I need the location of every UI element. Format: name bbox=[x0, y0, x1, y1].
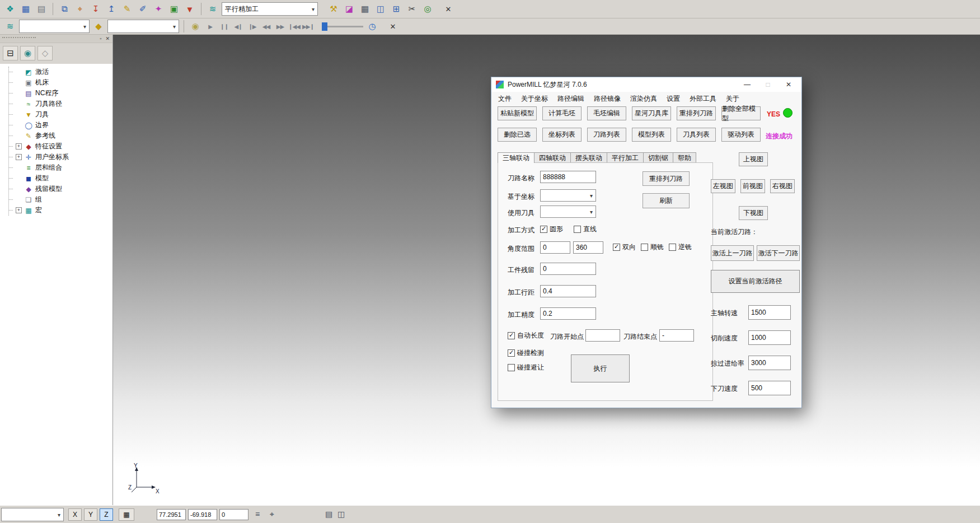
tree-item-feature-sets[interactable]: +◆特征设置 bbox=[9, 141, 112, 152]
tool-library-button[interactable]: 星河刀具库 bbox=[632, 106, 671, 120]
playback-close-icon[interactable]: ✕ bbox=[388, 22, 398, 31]
collision-check-checkbox[interactable]: 碰撞检测 bbox=[508, 348, 544, 358]
play-button[interactable]: ▶ bbox=[204, 21, 216, 32]
list-icon[interactable]: ≡ bbox=[255, 510, 260, 519]
toolpath-list-button[interactable]: 刀路列表 bbox=[587, 128, 626, 142]
menu-settings[interactable]: 设置 bbox=[667, 94, 680, 104]
stock-edit-button[interactable]: 毛坯编辑 bbox=[587, 106, 626, 120]
menu-external-tools[interactable]: 外部工具 bbox=[690, 94, 716, 104]
auto-length-checkbox[interactable]: 自动长度 bbox=[508, 331, 544, 340]
panel-close-icon[interactable]: ✕ bbox=[105, 36, 110, 41]
x-axis-button[interactable]: X bbox=[68, 508, 82, 521]
gauge-icon[interactable]: ◫ bbox=[374, 2, 387, 16]
calculator-icon[interactable]: ▦ bbox=[358, 2, 372, 16]
fast-forward-button[interactable]: ▶▶ bbox=[274, 21, 286, 32]
tab-four-axis[interactable]: 四轴联动 bbox=[534, 152, 571, 163]
end-point-input[interactable] bbox=[659, 329, 694, 342]
top-view-button[interactable]: 上视图 bbox=[739, 152, 768, 166]
execute-button[interactable]: 执行 bbox=[571, 354, 630, 382]
delete-selected-button[interactable]: 删除已选 bbox=[498, 128, 537, 142]
strategy-preset-dropdown[interactable]: 平行精加工 ▾ bbox=[222, 2, 318, 16]
tolerance-input[interactable] bbox=[540, 307, 596, 320]
stock-allowance-input[interactable] bbox=[540, 263, 596, 275]
toolpath-dropdown[interactable]: ▾ bbox=[19, 20, 90, 33]
reorder-toolpaths-button[interactable]: 重排列刀路 bbox=[677, 106, 716, 120]
diamond-move-icon[interactable]: ✦ bbox=[152, 2, 165, 16]
workplane-small-icon[interactable]: ⌖ bbox=[270, 510, 274, 519]
tool-select[interactable]: ▾ bbox=[540, 206, 596, 218]
tree-item-nc-programs[interactable]: ▤NC程序 bbox=[9, 88, 112, 99]
expander[interactable] bbox=[16, 133, 22, 139]
toolbar-close-icon[interactable]: ✕ bbox=[443, 5, 453, 13]
tree-item-boundaries[interactable]: ◯边界 bbox=[9, 120, 112, 130]
pin-red-icon[interactable]: ↧ bbox=[89, 2, 102, 16]
start-point-input[interactable] bbox=[585, 329, 620, 342]
bidirectional-checkbox[interactable]: 双向 bbox=[613, 242, 636, 252]
coord-select[interactable]: ▾ bbox=[540, 189, 596, 202]
tree-item-active[interactable]: ◩激活 bbox=[9, 67, 112, 77]
panel-pin-icon[interactable]: ▫ bbox=[100, 36, 101, 41]
angle-end-input[interactable] bbox=[573, 241, 603, 254]
tree-item-toolpaths[interactable]: ≈刀具路径 bbox=[9, 99, 112, 109]
workplane-icon[interactable]: ⌖ bbox=[73, 2, 87, 16]
statusbar-dropdown[interactable]: ▾ bbox=[1, 508, 64, 521]
activate-next-button[interactable]: 激活下一刀路 bbox=[757, 245, 800, 261]
delete-all-models-button[interactable]: 删除全部模型 bbox=[721, 106, 761, 120]
block-icon[interactable]: ❖ bbox=[3, 2, 17, 16]
skim-feed-input[interactable] bbox=[748, 356, 791, 370]
tree-item-models[interactable]: ◼模型 bbox=[9, 173, 112, 184]
menu-path-edit[interactable]: 路径编辑 bbox=[557, 94, 584, 104]
shield-icon[interactable]: ◇ bbox=[37, 46, 53, 60]
dialog-titlebar[interactable]: PowerMILL 忆梦星河 7.0.6 — □ ✕ bbox=[491, 77, 801, 92]
climb-checkbox[interactable]: 顺铣 bbox=[641, 242, 664, 252]
simulation-speed-slider[interactable] bbox=[322, 22, 363, 31]
tool-small-icon[interactable]: ◆ bbox=[92, 20, 105, 33]
drill-tool-icon[interactable]: ▼ bbox=[183, 2, 196, 16]
expander[interactable]: + bbox=[16, 143, 22, 150]
pause-button[interactable]: ❙❙ bbox=[218, 21, 230, 32]
stepover-input[interactable] bbox=[540, 285, 596, 297]
tab-parallel[interactable]: 平行加工 bbox=[607, 152, 644, 163]
coord-list-button[interactable]: 坐标列表 bbox=[542, 128, 582, 142]
conventional-checkbox[interactable]: 逆铣 bbox=[669, 242, 692, 252]
coord-x-input[interactable] bbox=[157, 509, 186, 520]
paste-new-model-button[interactable]: 粘贴新模型 bbox=[498, 106, 537, 120]
drive-list-button[interactable]: 驱动列表 bbox=[721, 128, 761, 142]
refresh-button[interactable]: 刷新 bbox=[643, 193, 690, 208]
calc-stock-button[interactable]: 计算毛坯 bbox=[542, 106, 582, 120]
save-icon[interactable]: ▦ bbox=[19, 2, 32, 16]
coord-z-input[interactable] bbox=[219, 509, 248, 520]
pin-blue-icon[interactable]: ↥ bbox=[105, 2, 118, 16]
tree-item-workplanes[interactable]: +✛用户坐标系 bbox=[9, 152, 112, 162]
mode-circle-checkbox[interactable]: 圆形 bbox=[540, 225, 563, 234]
strategy-small-icon[interactable]: ≋ bbox=[3, 20, 17, 33]
scissors-icon[interactable]: ✂ bbox=[405, 2, 419, 16]
menu-path-mirror[interactable]: 路径镜像 bbox=[594, 94, 621, 104]
expander[interactable] bbox=[16, 69, 22, 75]
angle-start-input[interactable] bbox=[540, 241, 570, 254]
slider-handle[interactable] bbox=[322, 22, 327, 31]
globe-icon[interactable]: ◉ bbox=[20, 46, 35, 60]
model-list-button[interactable]: 模型列表 bbox=[632, 128, 671, 142]
tree-item-macros[interactable]: +▦宏 bbox=[9, 205, 112, 216]
paste-model-icon[interactable]: ⧉ bbox=[58, 2, 71, 16]
spindle-speed-input[interactable] bbox=[748, 305, 791, 320]
expander[interactable] bbox=[16, 122, 22, 128]
bulb-icon[interactable]: ◉ bbox=[189, 20, 202, 33]
coord-y-input[interactable] bbox=[188, 509, 217, 520]
grid-toggle-icon[interactable]: ▦ bbox=[119, 508, 134, 521]
pencil-blue-icon[interactable]: ✐ bbox=[136, 2, 149, 16]
tool-list-button[interactable]: 刀具列表 bbox=[677, 128, 716, 142]
panel-grip[interactable] bbox=[2, 37, 36, 38]
layer-stack-icon[interactable]: ▣ bbox=[167, 2, 181, 16]
tab-cutting-saw[interactable]: 切割锯 bbox=[643, 152, 673, 163]
bottom-view-button[interactable]: 下视图 bbox=[739, 206, 768, 220]
expander[interactable] bbox=[16, 165, 22, 171]
plunge-feed-input[interactable] bbox=[748, 381, 791, 395]
expander[interactable] bbox=[16, 80, 22, 86]
reorder-toolpath-button[interactable]: 重排列刀路 bbox=[643, 171, 690, 186]
simulate-icon[interactable]: ⊞ bbox=[390, 2, 403, 16]
z-axis-button[interactable]: Z bbox=[100, 508, 113, 521]
tree-item-stock-models[interactable]: ◆残留模型 bbox=[9, 184, 112, 194]
tree-item-machine[interactable]: ▣机床 bbox=[9, 77, 112, 88]
